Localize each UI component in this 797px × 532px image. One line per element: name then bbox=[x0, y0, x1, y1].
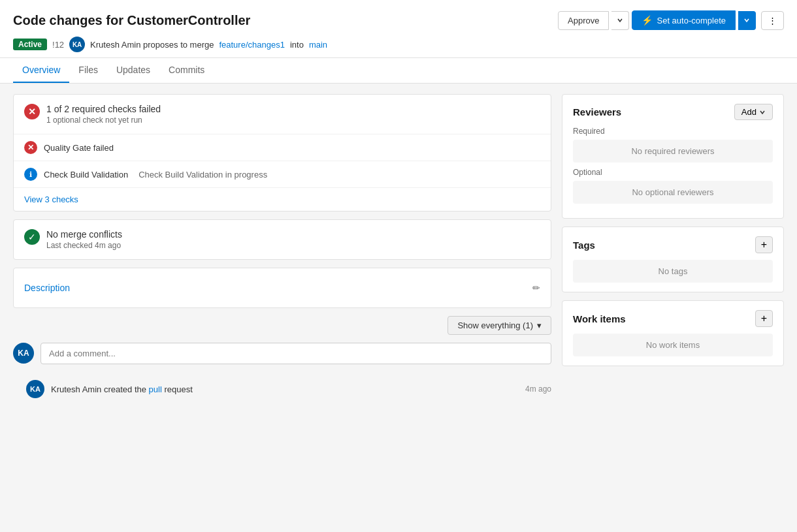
pr-id: !12 bbox=[52, 40, 64, 50]
show-everything-label: Show everything (1) bbox=[457, 321, 533, 330]
reviewers-header: Reviewers Add bbox=[573, 104, 773, 120]
merge-content: ✓ No merge conflicts Last checked 4m ago bbox=[14, 220, 551, 259]
tags-header: Tags + bbox=[573, 236, 773, 253]
chevron-down-icon bbox=[743, 17, 750, 23]
tab-overview[interactable]: Overview bbox=[13, 58, 69, 83]
tags-empty: No tags bbox=[573, 260, 773, 283]
description-card: Description ✏ bbox=[13, 268, 551, 308]
source-branch-link[interactable]: feature/changes1 bbox=[219, 40, 284, 50]
optional-label: Optional bbox=[573, 168, 773, 177]
reviewers-title: Reviewers bbox=[573, 106, 621, 117]
tab-updates[interactable]: Updates bbox=[107, 58, 159, 83]
work-items-empty: No work items bbox=[573, 334, 773, 356]
add-work-item-button[interactable]: + bbox=[755, 310, 773, 327]
work-items-header: Work items + bbox=[573, 310, 773, 327]
quality-gate-error-icon: ✕ bbox=[24, 141, 37, 154]
checks-card: ✕ 1 of 2 required checks failed 1 option… bbox=[13, 94, 551, 211]
side-column: Reviewers Add Required No required revie… bbox=[562, 94, 784, 527]
activity-row: KA Krutesh Amin created the pull request… bbox=[26, 375, 551, 403]
autocomplete-caret-button[interactable] bbox=[738, 11, 756, 30]
required-reviewers-empty: No required reviewers bbox=[573, 140, 773, 163]
target-branch-link[interactable]: main bbox=[309, 40, 327, 50]
add-tag-button[interactable]: + bbox=[755, 236, 773, 253]
author-avatar: KA bbox=[69, 37, 85, 52]
nav-tabs: Overview Files Updates Commits bbox=[0, 58, 797, 84]
checks-title: 1 of 2 required checks failed bbox=[46, 104, 161, 114]
autocomplete-icon: ⚡ bbox=[642, 15, 653, 25]
view-checks-link[interactable]: View 3 checks bbox=[14, 187, 551, 211]
build-validation-sublabel: Check Build Validation in progress bbox=[138, 170, 267, 180]
content-area: ✕ 1 of 2 required checks failed 1 option… bbox=[0, 84, 797, 532]
required-label: Required bbox=[573, 127, 773, 136]
merge-success-icon: ✓ bbox=[24, 229, 40, 245]
optional-reviewers-empty: No optional reviewers bbox=[573, 181, 773, 204]
comment-area: KA bbox=[13, 343, 551, 364]
activity-link[interactable]: pull bbox=[149, 384, 162, 394]
checks-text: 1 of 2 required checks failed 1 optional… bbox=[46, 104, 161, 125]
activity-avatar: KA bbox=[26, 380, 44, 398]
header-meta: Active !12 KA Krutesh Amin proposes to m… bbox=[13, 37, 784, 52]
chevron-down-icon bbox=[617, 17, 623, 23]
activity-suffix: request bbox=[162, 384, 193, 394]
tab-files[interactable]: Files bbox=[69, 58, 107, 83]
work-items-title: Work items bbox=[573, 313, 626, 324]
description-content: Description ✏ bbox=[14, 268, 551, 307]
tab-commits[interactable]: Commits bbox=[159, 58, 214, 83]
build-validation-label: Check Build Validation bbox=[44, 170, 128, 180]
merge-card: ✓ No merge conflicts Last checked 4m ago bbox=[13, 219, 551, 260]
meta-text: Krutesh Amin proposes to merge bbox=[90, 40, 214, 50]
tags-title: Tags bbox=[573, 240, 595, 251]
main-column: ✕ 1 of 2 required checks failed 1 option… bbox=[13, 94, 551, 527]
activity-author: Krutesh Amin created the bbox=[51, 384, 149, 394]
check-item-quality-gate: ✕ Quality Gate failed bbox=[14, 134, 551, 161]
show-everything-button[interactable]: Show everything (1) ▾ bbox=[447, 316, 551, 335]
add-reviewer-label: Add bbox=[741, 107, 756, 117]
build-validation-info-icon: ℹ bbox=[24, 168, 37, 181]
tags-section: Tags + No tags bbox=[562, 227, 784, 292]
commenter-avatar: KA bbox=[13, 343, 34, 364]
active-badge: Active bbox=[13, 39, 47, 50]
chevron-down-icon bbox=[759, 109, 766, 116]
activity-container: KA Krutesh Amin created the pull request… bbox=[13, 375, 551, 403]
activity-text: Krutesh Amin created the pull request bbox=[51, 384, 519, 394]
page-container: Code changes for CustomerController Appr… bbox=[0, 0, 797, 532]
set-autocomplete-button[interactable]: ⚡ Set auto-complete bbox=[632, 10, 736, 30]
show-everything-row: Show everything (1) ▾ bbox=[13, 316, 551, 335]
chevron-down-icon: ▾ bbox=[537, 321, 542, 330]
merge-text-block: No merge conflicts Last checked 4m ago bbox=[46, 229, 122, 250]
reviewers-section: Reviewers Add Required No required revie… bbox=[562, 94, 784, 219]
approve-caret-button[interactable] bbox=[611, 11, 629, 30]
checks-header: ✕ 1 of 2 required checks failed 1 option… bbox=[14, 95, 551, 134]
checks-subtitle: 1 optional check not yet run bbox=[46, 116, 161, 125]
add-reviewer-button[interactable]: Add bbox=[734, 104, 773, 120]
quality-gate-label: Quality Gate failed bbox=[44, 143, 114, 153]
checks-error-icon: ✕ bbox=[24, 104, 40, 119]
description-title: Description bbox=[24, 283, 70, 293]
page-header: Code changes for CustomerController Appr… bbox=[0, 0, 797, 58]
activity-time: 4m ago bbox=[525, 384, 551, 394]
merge-subtitle: Last checked 4m ago bbox=[46, 241, 122, 250]
autocomplete-label: Set auto-complete bbox=[657, 16, 726, 25]
merge-title: No merge conflicts bbox=[46, 229, 122, 240]
page-title: Code changes for CustomerController bbox=[13, 13, 250, 28]
work-items-section: Work items + No work items bbox=[562, 300, 784, 366]
edit-description-icon[interactable]: ✏ bbox=[532, 283, 540, 293]
comment-input[interactable] bbox=[41, 343, 551, 364]
into-text: into bbox=[290, 40, 304, 50]
check-item-build-validation: ℹ Check Build Validation Check Build Val… bbox=[14, 161, 551, 187]
header-actions: Approve ⚡ Set auto-complete ⋮ bbox=[558, 10, 784, 30]
header-top: Code changes for CustomerController Appr… bbox=[13, 10, 784, 30]
more-options-button[interactable]: ⋮ bbox=[761, 11, 784, 30]
approve-button[interactable]: Approve bbox=[558, 11, 609, 30]
